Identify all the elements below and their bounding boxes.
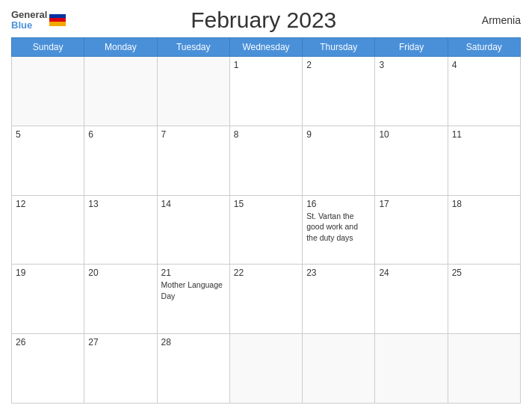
calendar-cell: 18 <box>448 195 520 265</box>
calendar-cell: 2 <box>303 57 375 126</box>
calendar-cell <box>375 334 448 404</box>
calendar-cell <box>229 334 302 404</box>
day-number: 20 <box>88 268 152 278</box>
day-number: 5 <box>16 129 80 140</box>
day-number: 24 <box>379 268 443 278</box>
country-label: Armenia <box>461 14 521 26</box>
day-number: 3 <box>379 60 443 70</box>
day-number: 17 <box>379 199 443 209</box>
header: General Blue February 2023 Armenia <box>11 7 521 33</box>
calendar-cell: 8 <box>229 126 302 195</box>
calendar-cell: 28 <box>157 334 229 404</box>
day-number: 6 <box>88 129 152 140</box>
day-number: 2 <box>306 60 371 70</box>
header-saturday: Saturday <box>448 38 520 57</box>
calendar-week-row: 192021Mother Language Day22232425 <box>12 265 521 334</box>
day-number: 13 <box>88 199 152 209</box>
calendar-cell: 11 <box>448 126 520 195</box>
calendar-cell: 15 <box>229 195 302 265</box>
header-thursday: Thursday <box>303 38 375 57</box>
day-number: 14 <box>161 199 226 209</box>
header-wednesday: Wednesday <box>229 38 302 57</box>
calendar-cell: 24 <box>375 265 448 334</box>
day-number: 21 <box>161 268 226 278</box>
calendar-cell: 6 <box>84 126 157 195</box>
calendar-title: February 2023 <box>66 7 461 33</box>
calendar-cell: 23 <box>303 265 375 334</box>
calendar-cell <box>12 57 84 126</box>
day-number: 19 <box>16 268 80 278</box>
calendar-cell: 3 <box>375 57 448 126</box>
day-number: 28 <box>161 337 226 347</box>
day-number: 18 <box>452 199 516 209</box>
calendar-table: Sunday Monday Tuesday Wednesday Thursday… <box>11 37 521 404</box>
calendar-cell: 12 <box>12 195 84 265</box>
calendar-cell <box>157 57 229 126</box>
calendar-cell: 4 <box>448 57 520 126</box>
header-friday: Friday <box>375 38 448 57</box>
calendar-week-row: 567891011 <box>12 126 521 195</box>
header-sunday: Sunday <box>12 38 84 57</box>
day-number: 25 <box>452 268 516 278</box>
day-number: 8 <box>234 129 298 140</box>
calendar-week-row: 1234 <box>12 57 521 126</box>
calendar-cell: 17 <box>375 195 448 265</box>
calendar-cell: 25 <box>448 265 520 334</box>
calendar-body: 12345678910111213141516St. Vartan the go… <box>12 57 521 404</box>
calendar-cell: 5 <box>12 126 84 195</box>
weekday-header-row: Sunday Monday Tuesday Wednesday Thursday… <box>12 38 521 57</box>
header-monday: Monday <box>84 38 157 57</box>
logo: General Blue <box>11 10 66 31</box>
day-number: 27 <box>88 337 152 347</box>
day-number: 26 <box>16 337 80 347</box>
calendar-cell: 19 <box>12 265 84 334</box>
day-number: 9 <box>306 129 371 140</box>
day-number: 1 <box>234 60 298 70</box>
calendar-cell: 26 <box>12 334 84 404</box>
day-number: 10 <box>379 129 443 140</box>
armenia-flag-icon <box>49 14 66 26</box>
calendar-cell: 20 <box>84 265 157 334</box>
event-text: St. Vartan the good work and the duty da… <box>306 211 358 242</box>
calendar-cell: 27 <box>84 334 157 404</box>
logo-general-text: General <box>11 9 47 20</box>
day-number: 23 <box>306 268 371 278</box>
calendar-cell: 22 <box>229 265 302 334</box>
calendar-cell: 7 <box>157 126 229 195</box>
event-text: Mother Language Day <box>161 280 223 300</box>
calendar-cell: 1 <box>229 57 302 126</box>
calendar-cell <box>303 334 375 404</box>
day-number: 16 <box>306 199 371 209</box>
calendar-cell: 9 <box>303 126 375 195</box>
calendar-page: General Blue February 2023 Armenia Sunda… <box>0 0 532 411</box>
day-number: 7 <box>161 129 226 140</box>
day-number: 12 <box>16 199 80 209</box>
logo-blue-text: Blue <box>11 19 32 31</box>
calendar-week-row: 1213141516St. Vartan the good work and t… <box>12 195 521 265</box>
calendar-cell: 21Mother Language Day <box>157 265 229 334</box>
calendar-cell <box>448 334 520 404</box>
day-number: 4 <box>452 60 516 70</box>
calendar-header: Sunday Monday Tuesday Wednesday Thursday… <box>12 38 521 57</box>
header-tuesday: Tuesday <box>157 38 229 57</box>
calendar-week-row: 262728 <box>12 334 521 404</box>
calendar-cell: 10 <box>375 126 448 195</box>
calendar-cell: 16St. Vartan the good work and the duty … <box>303 195 375 265</box>
day-number: 11 <box>452 129 516 140</box>
calendar-cell: 13 <box>84 195 157 265</box>
calendar-cell <box>84 57 157 126</box>
day-number: 22 <box>234 268 298 278</box>
calendar-cell: 14 <box>157 195 229 265</box>
day-number: 15 <box>234 199 298 209</box>
